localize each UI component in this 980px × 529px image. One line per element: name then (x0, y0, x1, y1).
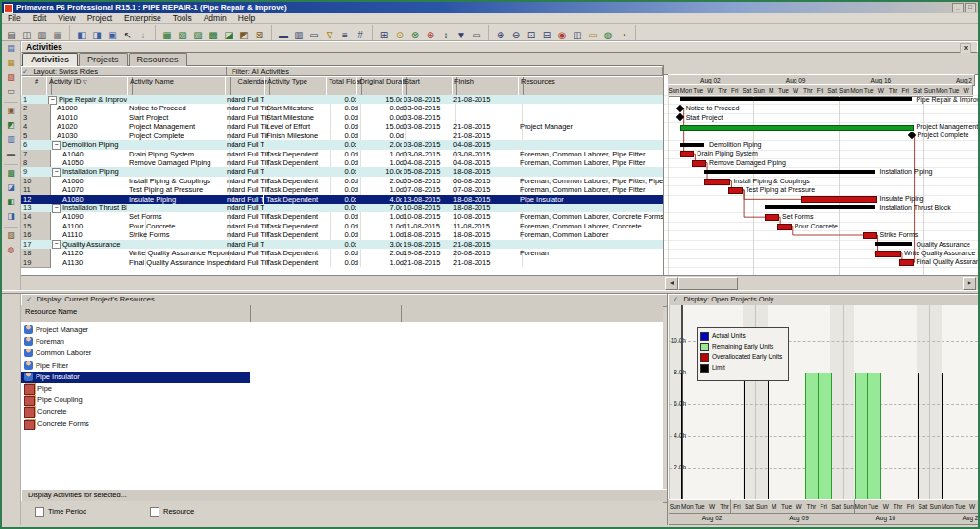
timeline-day[interactable]: W (793, 499, 806, 514)
group-row[interactable]: 6−Demolition Pipingndard Full Time0.0d2.… (21, 140, 663, 149)
checkbox-resource[interactable]: Resource (150, 507, 194, 517)
risks-view-icon[interactable]: ◨ (4, 210, 19, 224)
cell-start[interactable]: 04-08-2015 (402, 158, 456, 167)
menu-edit[interactable]: Edit (27, 13, 53, 24)
cell-resources[interactable] (518, 95, 663, 104)
cell-activity-type[interactable]: Task Dependent (264, 177, 331, 185)
timeline-week-Aug-02[interactable]: Aug 02 (669, 512, 756, 525)
gantt-hscrollbar[interactable]: ◄► (663, 275, 978, 290)
cell-finish[interactable]: 11-08-2015 (452, 222, 523, 230)
remaining-units-bar[interactable] (867, 373, 881, 501)
cell-start[interactable]: 10-08-2015 (402, 204, 456, 212)
cell-start[interactable]: 07-08-2015 (402, 185, 456, 194)
cell-original-duration[interactable]: 0.0d (356, 113, 406, 122)
cell-resources[interactable] (518, 240, 663, 249)
resource-item[interactable]: Foreman (21, 336, 250, 348)
timeline-day[interactable]: Mon (855, 499, 869, 514)
tracking-view-icon[interactable]: ▥ (4, 133, 19, 147)
layout-options-icon[interactable]: ✓ (22, 67, 28, 76)
cell-start[interactable]: 05-08-2015 (402, 177, 456, 185)
cell-activity-name[interactable]: Drain Piping System (127, 150, 230, 158)
cell-activity-type[interactable] (264, 204, 331, 212)
reports-view-icon[interactable]: ▭ (4, 85, 19, 99)
wbs-view-icon[interactable]: ▣ (4, 105, 19, 118)
cell-activity-id[interactable]: −Installation Thrust Block (46, 204, 135, 212)
maximize-button[interactable]: □ (965, 3, 976, 12)
cell-activity-type[interactable]: Task Dependent (264, 212, 331, 221)
group-row[interactable]: 1−Pipe Repair & Improvendard Full Time0.… (21, 95, 663, 104)
menu-view[interactable]: View (52, 13, 81, 24)
cell-activity-type[interactable]: Task Dependent (264, 230, 331, 239)
cell-activity-name[interactable] (127, 240, 230, 249)
summary-bar[interactable] (704, 170, 875, 174)
timeline-day[interactable]: Sun (755, 499, 769, 514)
collapse-icon[interactable]: − (52, 141, 61, 150)
cell-resources[interactable]: Pipe Insulator (518, 195, 663, 204)
cell-original-duration[interactable]: 1.0d (356, 185, 406, 194)
activity-row[interactable]: 16A1110Strike Formsndard Full TimeTask D… (21, 230, 663, 239)
cell-resources[interactable]: Foreman, Common Laborer, Concrete Forms (518, 212, 663, 221)
cell-original-duration[interactable]: 2.0d (356, 140, 406, 149)
cell-finish[interactable]: 18-08-2015 (452, 204, 523, 212)
cell-activity-id[interactable]: −Installation Piping (46, 167, 135, 176)
timeline-day[interactable]: Sat (743, 499, 756, 514)
task-bar[interactable] (704, 179, 730, 185)
cell-resources[interactable] (518, 204, 663, 212)
cell-activity-name[interactable] (127, 95, 230, 104)
column-divider[interactable] (401, 305, 402, 322)
checkbox-box[interactable] (150, 507, 159, 517)
cell-original-duration[interactable]: 0.0d (356, 132, 406, 140)
display-options-icon[interactable]: ✓ (673, 295, 678, 303)
task-bar[interactable] (863, 232, 877, 239)
gantt-chart-icon[interactable]: ▬ (4, 148, 19, 161)
cell-activity-id[interactable]: −Demolition Piping (46, 140, 135, 149)
cell-start[interactable]: 19-08-2015 (402, 240, 456, 249)
cell-calendar[interactable]: ndard Full Time (225, 113, 269, 122)
resource-item[interactable]: Common Laborer (21, 348, 250, 359)
cell-calendar[interactable]: ndard Full Time (225, 158, 269, 167)
cell-original-duration[interactable]: 1.0d (356, 158, 406, 167)
menu-help[interactable]: Help (233, 13, 260, 24)
cell-activity-type[interactable]: Task Dependent (264, 258, 331, 267)
cell-activity-name[interactable]: Test Piping at Pressure (127, 185, 230, 194)
cell-activity-name[interactable]: Set Forms (127, 212, 230, 221)
cell-activity-type[interactable]: Level of Effort (264, 122, 331, 131)
column-divider[interactable] (250, 305, 251, 322)
activity-row[interactable]: 3A1010Start Projectndard Full TimeStart … (21, 113, 663, 122)
resources-view-icon[interactable]: ▨ (4, 71, 19, 84)
cell-original-duration[interactable]: 1.0d (356, 212, 406, 221)
cell-activity-name[interactable]: Final Quality Assurance Inspection (127, 258, 230, 267)
timeline-week-Aug-16[interactable]: Aug 16 (843, 512, 930, 525)
cell-calendar[interactable]: ndard Full Time (225, 258, 269, 267)
cell-calendar[interactable]: ndard Full Time (225, 230, 269, 239)
resource-item[interactable]: Project Manager (21, 325, 250, 336)
cell-original-duration[interactable]: 15.0d (356, 122, 406, 131)
cell-start[interactable]: 13-08-2015 (402, 195, 456, 204)
timeline-week-Aug-2[interactable]: Aug 2 (929, 512, 978, 525)
cell-original-duration[interactable]: 4.0d (356, 195, 406, 204)
task-bar[interactable] (692, 160, 706, 167)
cell-calendar[interactable]: ndard Full Time (225, 212, 269, 221)
title-bar[interactable]: Primavera P6 Professional R15.1 : PIPE R… (2, 2, 978, 13)
timeline-day[interactable]: Sun (843, 499, 856, 514)
resource-name-column[interactable]: Resource Name (21, 305, 77, 317)
task-bar[interactable] (777, 224, 792, 230)
group-row[interactable]: 9−Installation Pipingndard Full Time0.0d… (21, 167, 663, 176)
cell-resources[interactable]: Foreman, Common Laborer (518, 230, 663, 239)
cell-start[interactable]: 03-08-2015 (402, 140, 456, 149)
cell-start[interactable]: 11-08-2015 (402, 222, 456, 230)
cell-activity-name[interactable]: Strike Forms (127, 230, 230, 239)
cell-activity-type[interactable] (264, 167, 331, 176)
loe-bar[interactable] (680, 125, 914, 131)
filter-funnel-icon[interactable]: ▽ (81, 79, 86, 84)
activity-row[interactable]: 5A1030Project Completendard Full TimeFin… (21, 132, 663, 140)
timeline-day[interactable]: Sat (830, 499, 844, 514)
cell-start[interactable]: 21-08-2015 (402, 258, 456, 267)
cell-start[interactable] (402, 132, 456, 140)
cell-activity-type[interactable] (264, 140, 331, 149)
cell-original-duration[interactable]: 3.0d (356, 240, 406, 249)
timeline-day[interactable]: Tue (780, 499, 794, 514)
cell-start[interactable]: 03-08-2015 (402, 122, 456, 131)
summary-bar[interactable] (680, 143, 704, 147)
activity-row[interactable]: 8A1050Remove Damaged Pipingndard Full Ti… (21, 158, 663, 167)
